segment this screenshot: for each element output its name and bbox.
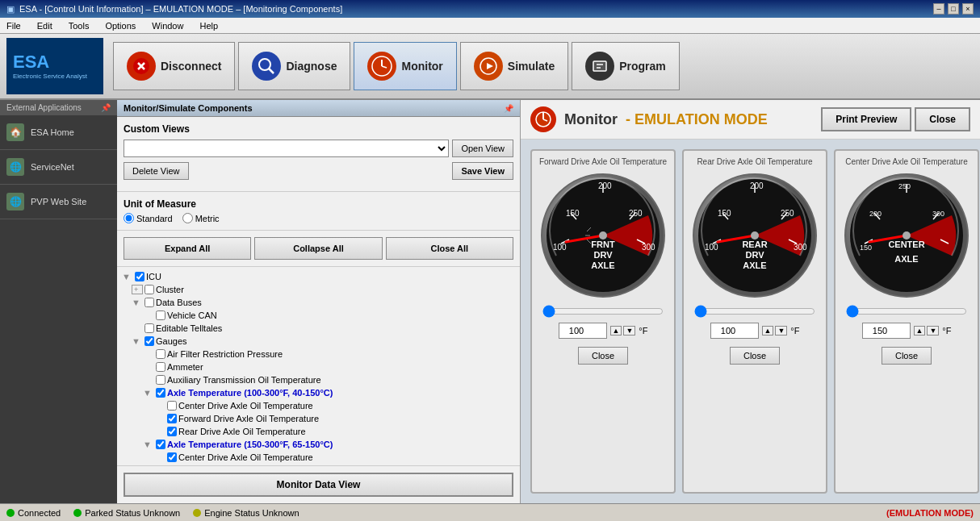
expand-all-btn[interactable]: Expand All: [124, 237, 251, 260]
tree-icu[interactable]: ▼ ICU: [120, 270, 517, 283]
gauge-down-forward[interactable]: ▼: [623, 326, 635, 336]
standard-radio-input[interactable]: [124, 213, 134, 223]
tree-center-drive-100[interactable]: Center Drive Axle Oil Temperature: [120, 399, 517, 412]
print-preview-btn[interactable]: Print Preview: [821, 107, 911, 131]
svg-rect-6: [593, 61, 606, 71]
svg-text:150: 150: [718, 209, 731, 218]
standard-radio[interactable]: Standard: [124, 213, 173, 223]
gauge-input-forward[interactable]: [559, 323, 607, 339]
simulate-btn[interactable]: Simulate: [460, 42, 568, 90]
sidebar-item-esa-home[interactable]: 🏠 ESA Home: [0, 115, 117, 150]
tree-gauges[interactable]: ▼ Gauges: [120, 335, 517, 348]
monitor-data-view-btn[interactable]: Monitor Data View: [124, 473, 513, 497]
sidebar-item-pvp[interactable]: 🌐 PVP Web Site: [0, 185, 117, 219]
engine-dot: [193, 509, 201, 517]
metric-radio-input[interactable]: [182, 213, 193, 223]
aux-trans-check[interactable]: [156, 375, 165, 385]
tree-rear-drive-100[interactable]: Rear Drive Axle Oil Temperature: [120, 425, 517, 438]
cluster-check[interactable]: [144, 285, 154, 294]
gauge-up-forward[interactable]: ▲: [610, 326, 622, 336]
esa-home-label: ESA Home: [31, 127, 74, 137]
gauge-up-rear[interactable]: ▲: [762, 326, 774, 336]
tree-air-filter[interactable]: Air Filter Restriction Pressure: [120, 348, 517, 361]
sidebar-item-servicenet[interactable]: 🌐 ServiceNet: [0, 150, 117, 185]
tree-forward-drive-100[interactable]: Forward Drive Axle Oil Temperature: [120, 412, 517, 425]
open-view-btn[interactable]: Open View: [452, 140, 513, 157]
cluster-expand[interactable]: +: [132, 285, 143, 294]
close-all-btn[interactable]: Close All: [386, 237, 513, 260]
tree-ammeter[interactable]: Ammeter: [120, 361, 517, 373]
air-filter-check[interactable]: [156, 349, 165, 359]
diagnose-btn[interactable]: Diagnose: [238, 42, 350, 90]
gauge-down-center[interactable]: ▼: [927, 326, 939, 336]
delete-view-btn[interactable]: Delete View: [124, 162, 189, 180]
center-drive-150-check[interactable]: [167, 452, 177, 462]
tree-center-drive-150[interactable]: Center Drive Axle Oil Temperature: [120, 451, 517, 464]
axle-150-check[interactable]: [156, 440, 165, 449]
pin-icon[interactable]: 📌: [101, 103, 111, 112]
restore-btn[interactable]: □: [948, 3, 959, 15]
program-btn[interactable]: Program: [572, 42, 680, 90]
disconnect-btn[interactable]: Disconnect: [113, 42, 235, 90]
menu-file[interactable]: File: [3, 21, 24, 31]
svg-text:300: 300: [642, 243, 655, 252]
menu-window[interactable]: Window: [149, 21, 186, 31]
gauge-input-center[interactable]: [862, 323, 911, 339]
custom-views-select[interactable]: [124, 140, 449, 157]
center-drive-100-label: Center Drive Axle Oil Temperature: [178, 401, 313, 411]
forward-drive-100-check[interactable]: [167, 414, 177, 423]
standard-label: Standard: [136, 214, 173, 223]
gauge-close-center[interactable]: Close: [882, 347, 932, 365]
unit-measure-section: Unit of Measure Standard Metric: [117, 192, 520, 231]
gauge-down-rear[interactable]: ▼: [775, 326, 787, 336]
ammeter-check[interactable]: [156, 362, 165, 372]
connected-label: Connected: [18, 508, 61, 518]
rear-drive-100-check[interactable]: [167, 427, 177, 436]
gauge-slider-rear[interactable]: [694, 305, 815, 318]
tree-cluster[interactable]: + Cluster: [120, 283, 517, 296]
disconnect-icon: [127, 52, 156, 81]
tree-data-buses[interactable]: ▼ Data Buses: [120, 296, 517, 309]
data-buses-expand[interactable]: ▼: [132, 298, 143, 307]
center-drive-100-check[interactable]: [167, 401, 177, 411]
monitor-btn-toolbar[interactable]: Monitor: [354, 42, 456, 90]
svg-text:150: 150: [566, 209, 580, 218]
close-btn[interactable]: ×: [962, 3, 974, 15]
svg-point-1: [259, 59, 270, 70]
gauge-slider-center[interactable]: [846, 305, 967, 318]
gauge-close-rear[interactable]: Close: [730, 347, 780, 365]
metric-radio[interactable]: Metric: [182, 213, 220, 223]
panel-pin[interactable]: 📌: [504, 104, 513, 113]
minimize-btn[interactable]: –: [933, 3, 944, 15]
toolbar: ESA Electronic Service Analyst Disconnec…: [0, 34, 980, 100]
menu-tools[interactable]: Tools: [65, 21, 93, 31]
menu-edit[interactable]: Edit: [34, 21, 56, 31]
tree-editable-telltales[interactable]: Editable Telltales: [120, 322, 517, 335]
gauge-up-center[interactable]: ▲: [914, 326, 926, 336]
tree-aux-trans[interactable]: Auxiliary Transmission Oil Temperature: [120, 373, 517, 386]
menu-help[interactable]: Help: [196, 21, 221, 31]
icu-expand[interactable]: ▼: [122, 272, 133, 281]
data-buses-check[interactable]: [144, 298, 154, 307]
custom-views-title: Custom Views: [124, 123, 513, 135]
menu-options[interactable]: Options: [102, 21, 139, 31]
save-view-btn[interactable]: Save View: [452, 162, 513, 180]
close-monitor-btn[interactable]: Close: [915, 107, 970, 131]
telltales-check[interactable]: [144, 323, 154, 333]
tree-axle-100[interactable]: ▼ Axle Temperature (100-300°F, 40-150°C): [120, 386, 517, 399]
gauges-expand[interactable]: ▼: [132, 336, 143, 346]
icu-check[interactable]: [135, 272, 144, 281]
collapse-all-btn[interactable]: Collapse All: [254, 237, 382, 260]
tree-axle-150[interactable]: ▼ Axle Temperature (150-300°F, 65-150°C): [120, 438, 517, 451]
vehicle-can-check[interactable]: [156, 311, 165, 320]
axle-100-check[interactable]: [156, 388, 165, 398]
gauge-slider-forward[interactable]: [542, 305, 664, 318]
gauges-check[interactable]: [144, 336, 154, 346]
gauge-close-forward[interactable]: Close: [578, 347, 628, 365]
axle-150-expand[interactable]: ▼: [143, 440, 154, 449]
gauge-input-rear[interactable]: [710, 323, 759, 339]
connected-dot: [6, 509, 15, 517]
tree-vehicle-can[interactable]: Vehicle CAN: [120, 309, 517, 322]
parked-label: Parked Status Unknown: [85, 508, 180, 518]
axle-100-expand[interactable]: ▼: [143, 388, 154, 398]
